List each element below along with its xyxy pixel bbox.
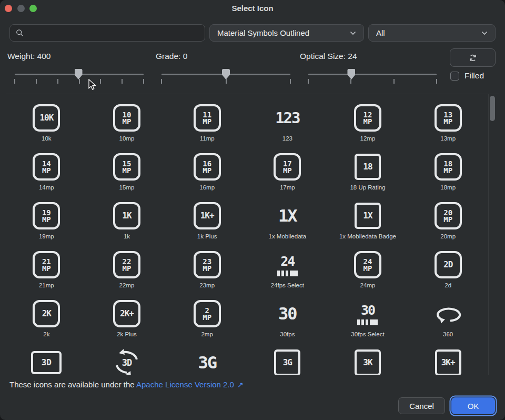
slider-tick	[436, 79, 437, 84]
cursor-pointer	[88, 79, 97, 91]
14mp-icon: 14MP	[33, 151, 60, 183]
15mp-icon: 15MP	[113, 151, 140, 183]
slider-tick	[290, 79, 291, 84]
icon-cell[interactable]: 16MP16mp	[167, 143, 247, 192]
reset-button[interactable]	[450, 48, 496, 67]
3D-icon: 3D	[112, 346, 142, 375]
3G-icon: 3G	[198, 346, 216, 375]
slider-tick	[122, 79, 123, 84]
24mp-icon: 24MP	[354, 248, 381, 281]
icon-cell[interactable]: 1X1x Mobiledata Badge	[328, 192, 408, 241]
icon-cell[interactable]: 3D	[87, 339, 167, 375]
icon-cell[interactable]: 2K+2k Plus	[87, 290, 167, 339]
icon-cell[interactable]: 1K+1k Plus	[167, 192, 247, 241]
icon-label: 12mp	[360, 135, 376, 142]
icon-cell[interactable]: 1K1k	[87, 192, 167, 241]
icon-cell[interactable]: 10K10k	[6, 94, 87, 143]
2mp-icon: 2MP	[194, 297, 221, 330]
category-select[interactable]: All	[368, 24, 496, 42]
slider-tick	[14, 79, 15, 84]
filled-row: Filled	[450, 71, 484, 81]
slider-thumb[interactable]	[347, 69, 355, 79]
slider-tick	[143, 79, 144, 84]
icon-cell[interactable]: 23MP23mp	[167, 241, 247, 290]
icon-cell[interactable]: 2MP2mp	[167, 290, 247, 339]
icon-cell[interactable]: 17MP17mp	[247, 143, 328, 192]
scrollbar-thumb[interactable]	[490, 96, 495, 121]
slider-thumb[interactable]	[75, 69, 83, 79]
24fps Select-icon: 24	[277, 248, 298, 281]
19mp-icon: 19MP	[33, 199, 60, 232]
grade-slider[interactable]	[161, 74, 290, 75]
1x Mobiledata Badge-icon: 1X	[355, 199, 381, 232]
icon-cell[interactable]: 21MP21mp	[6, 241, 87, 290]
icon-label: 10mp	[119, 135, 135, 142]
icon-cell[interactable]: 1X1x Mobiledata	[247, 192, 328, 241]
icon-cell[interactable]: 18MP18mp	[408, 143, 488, 192]
icon-cell[interactable]: 22MP22mp	[87, 241, 167, 290]
icon-cell[interactable]: 12MP12mp	[328, 94, 408, 143]
license-note: These icons are available under the Apac…	[9, 380, 244, 389]
icon-cell[interactable]: 13MP13mp	[408, 94, 488, 143]
icon-cell[interactable]: 123123	[247, 94, 328, 143]
icon-cell[interactable]: 14MP14mp	[6, 143, 87, 192]
icon-label: 360	[443, 331, 453, 337]
icon-cell[interactable]: 3030fps Select	[328, 290, 408, 339]
icon-cell[interactable]: 2424fps Select	[247, 241, 328, 290]
slider-tick	[100, 79, 101, 84]
weight-slider[interactable]	[15, 74, 144, 75]
search-input-wrap[interactable]	[9, 24, 205, 42]
titlebar: Select Icon	[0, 0, 505, 17]
icon-cell[interactable]: 1818 Up Rating	[328, 143, 408, 192]
icon-cell[interactable]: 3K+	[408, 339, 488, 375]
icon-cell[interactable]: 3K	[328, 339, 408, 375]
icon-label: 2k	[43, 331, 49, 337]
icon-cell[interactable]: 19MP19mp	[6, 192, 87, 241]
font-select[interactable]: Material Symbols Outlined	[209, 24, 364, 42]
icon-cell[interactable]: 3G	[247, 339, 328, 375]
search-icon	[15, 28, 24, 37]
10mp-icon: 10MP	[113, 102, 140, 134]
30fps-icon: 30	[278, 297, 297, 330]
icon-cell[interactable]: 24MP24mp	[328, 241, 408, 290]
apache-license-link[interactable]: Apache License Version 2.0	[136, 380, 234, 389]
icon-cell[interactable]: 3030fps	[247, 290, 328, 339]
optical-size-slider[interactable]	[308, 74, 437, 75]
search-input[interactable]	[28, 28, 199, 38]
icon-grid: 10K10k10MP10mp11MP11mp12312312MP12mp13MP…	[6, 94, 488, 375]
icon-cell[interactable]: 3D	[6, 339, 87, 375]
slider-tick	[36, 79, 37, 84]
icon-cell[interactable]: 15MP15mp	[87, 143, 167, 192]
icon-cell[interactable]: 10MP10mp	[87, 94, 167, 143]
icon-label: 21mp	[39, 282, 54, 288]
slider-thumb[interactable]	[222, 69, 230, 79]
icon-label: 23mp	[199, 282, 215, 288]
icon-label: 13mp	[440, 135, 456, 142]
icon-cell[interactable]: 3G	[167, 339, 247, 375]
filled-checkbox[interactable]	[450, 72, 459, 81]
3G-icon: 3G	[274, 346, 300, 375]
icon-label: 30fps Select	[351, 331, 384, 337]
slider-tick	[308, 79, 309, 84]
ok-button[interactable]: OK	[451, 397, 495, 414]
icon-cell[interactable]: 11MP11mp	[167, 94, 247, 143]
123-icon: 123	[275, 102, 299, 134]
23mp-icon: 23MP	[194, 248, 221, 281]
icon-cell[interactable]: 20MP20mp	[408, 192, 488, 241]
icon-label: 1x Mobiledata	[269, 233, 307, 239]
sync-icon	[468, 53, 478, 63]
chevron-down-icon	[350, 31, 356, 35]
1k-icon: 1K	[113, 199, 140, 232]
icon-label: 123	[282, 135, 292, 142]
2k Plus-icon: 2K+	[113, 297, 140, 330]
icon-cell[interactable]: 2K2k	[6, 290, 87, 339]
grid-bottom-divider	[6, 375, 499, 375]
slider-tick	[226, 79, 227, 84]
icon-label: 16mp	[199, 184, 215, 191]
icon-cell[interactable]: 360	[408, 290, 488, 339]
18mp-icon: 18MP	[435, 151, 462, 183]
cancel-button[interactable]: Cancel	[398, 397, 445, 414]
1x Mobiledata-icon: 1X	[278, 199, 297, 232]
icon-cell[interactable]: 2D2d	[408, 241, 488, 290]
slider-tick	[57, 79, 58, 84]
